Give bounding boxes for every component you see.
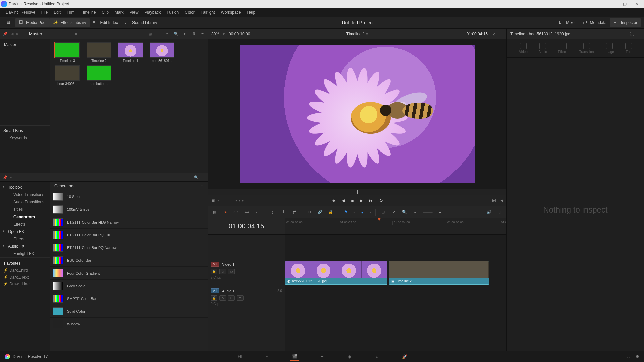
inspector-tab-file[interactable]: File xyxy=(625,43,632,54)
insert-icon[interactable]: ⤵ xyxy=(269,209,276,216)
generator-item[interactable]: Solid Color xyxy=(50,305,208,318)
media-pool-toggle[interactable]: 🎞Media Pool xyxy=(15,18,50,27)
track-header-v1[interactable]: V1Video 1 🔒 ◇ ▭ 2 Clips xyxy=(208,260,285,286)
clip-item[interactable]: bear-34006... xyxy=(53,65,82,86)
clip-item[interactable]: Timeline 2 xyxy=(85,42,113,63)
more-icon[interactable]: ⋯ xyxy=(200,31,205,37)
close-button[interactable]: ✕ xyxy=(631,0,643,8)
tree-item[interactable]: Effects xyxy=(0,221,50,228)
replace-icon[interactable]: ⇄ xyxy=(291,209,298,216)
thumbnail-view-icon[interactable]: ▦ xyxy=(147,31,153,37)
menu-view[interactable]: View xyxy=(127,8,142,17)
audio-track-1[interactable] xyxy=(285,286,506,313)
menu-fusion[interactable]: Fusion xyxy=(164,8,182,17)
edit-page-button[interactable]: 🎬 xyxy=(290,352,299,361)
play-button[interactable]: ▶ xyxy=(360,198,363,203)
nav-fwd-icon[interactable]: ▶ xyxy=(16,32,19,36)
tree-item[interactable]: Audio Transitions xyxy=(0,198,50,206)
timeline-timecode[interactable]: 01:00:04:15 xyxy=(208,218,285,235)
loop-button[interactable]: ↻ xyxy=(379,198,383,203)
marker-icon[interactable]: ● xyxy=(359,209,366,216)
solo-button[interactable]: S xyxy=(228,295,235,301)
generator-item[interactable]: Window xyxy=(50,318,208,330)
menu-fairlight[interactable]: Fairlight xyxy=(198,8,218,17)
bin-keywords[interactable]: Keywords xyxy=(0,134,50,142)
cut-page-button[interactable]: ✂ xyxy=(263,352,271,361)
lock-icon[interactable]: 🔒 xyxy=(327,209,334,216)
pin-icon[interactable]: 📌 xyxy=(3,31,8,37)
effects-library-toggle[interactable]: ✨Effects Library xyxy=(50,18,89,27)
overlay-icon[interactable]: ▣ xyxy=(211,198,215,203)
inspector-more-icon[interactable]: ⋯ xyxy=(637,32,641,36)
media-page-button[interactable]: 🎞 xyxy=(235,352,244,361)
sound-library-toggle[interactable]: ♪Sound Library xyxy=(121,18,161,27)
auto-select-icon[interactable]: ◇ xyxy=(219,295,226,301)
effects-more-icon[interactable]: ⋯ xyxy=(201,175,205,180)
link-icon[interactable]: 🔗 xyxy=(317,209,323,216)
tree-openfx[interactable]: Open FX xyxy=(0,228,50,235)
favorite-item[interactable]: Dark...Text xyxy=(0,274,50,281)
sort-icon[interactable]: ⇅ xyxy=(191,31,196,37)
generator-item[interactable]: Four Color Gradient xyxy=(50,267,208,280)
video-track-1[interactable]: ◐bee-5618012_1920.jpg ▣Timeline 2 xyxy=(285,260,506,286)
tree-item[interactable]: Titles xyxy=(0,206,50,213)
inspector-toggle[interactable]: ✧Inspector xyxy=(610,18,641,27)
snapping-icon[interactable]: ⊡ xyxy=(380,209,386,216)
effects-pin-icon[interactable]: 📌 xyxy=(3,175,7,180)
viewer-canvas[interactable]: /*petals inserted below*/ xyxy=(208,39,506,189)
prev-frame-button[interactable]: ◀ xyxy=(342,198,345,203)
layout-preset-button[interactable]: ▦ xyxy=(3,18,15,27)
breadcrumb[interactable]: Master xyxy=(29,31,42,36)
clip-item[interactable]: Timeline 1 xyxy=(116,42,145,63)
menu-mark[interactable]: Mark xyxy=(112,8,127,17)
blade-all-icon[interactable]: ✂ xyxy=(306,209,313,216)
menu-workspace[interactable]: Workspace xyxy=(218,8,244,17)
zoom-slider[interactable] xyxy=(423,212,433,213)
mixer-toggle[interactable]: 🎚Mixer xyxy=(555,18,579,27)
playhead[interactable] xyxy=(379,218,379,362)
menu-help[interactable]: Help xyxy=(244,8,258,17)
fusion-page-button[interactable]: ✦ xyxy=(318,352,326,361)
favorite-item[interactable]: Dark...hird xyxy=(0,267,50,274)
bin-master[interactable]: Master xyxy=(0,41,50,48)
smart-bins-header[interactable]: Smart Bins xyxy=(0,125,50,134)
zoom-level[interactable]: 39% xyxy=(211,32,219,36)
zoom-out-icon[interactable]: 🔍 xyxy=(401,209,408,216)
timeline-name[interactable]: Timeline 1 ▾ xyxy=(346,32,368,36)
maximize-button[interactable]: ▢ xyxy=(619,0,631,8)
edit-index-toggle[interactable]: ≡Edit Index xyxy=(90,18,121,27)
track-header-a1[interactable]: A1Audio 12.0 🔒 ◇ S M 0 Clip xyxy=(208,286,285,313)
go-out-icon[interactable]: |◀ xyxy=(499,198,503,203)
auto-select-icon[interactable]: ◇ xyxy=(219,269,226,274)
viewer-more-icon[interactable]: ⋯ xyxy=(499,32,503,36)
tree-filters[interactable]: Filters xyxy=(0,235,50,243)
collapse-icon[interactable]: ⌃ xyxy=(200,184,204,188)
generator-item[interactable]: SMPTE Color Bar xyxy=(50,292,208,305)
timeline-opts-icon[interactable]: ▤ xyxy=(211,209,218,216)
tree-audiofx[interactable]: Audio FX xyxy=(0,243,50,250)
dynamic-trim-tool[interactable]: ⟺ xyxy=(244,209,250,216)
clip-item[interactable]: bee-561801... xyxy=(148,42,176,63)
selection-tool[interactable]: ➤ xyxy=(222,209,229,216)
clip-item[interactable]: Timeline 3 xyxy=(53,42,82,63)
match-frame-icon[interactable]: ⛶ xyxy=(485,198,489,203)
generator-item[interactable]: BT.2111 Color Bar PQ Full xyxy=(50,229,208,241)
clip-bee[interactable]: ◐bee-5618012_1920.jpg xyxy=(285,261,387,285)
grid-view-icon[interactable]: ⊞ xyxy=(156,31,161,37)
inspector-tab-transition[interactable]: Transition xyxy=(579,43,594,54)
generator-item[interactable]: BT.2111 Color Bar PQ Narrow xyxy=(50,241,208,254)
clip-item[interactable]: abo button... xyxy=(85,65,113,86)
tree-fairlightfx[interactable]: Fairlight FX xyxy=(0,250,50,257)
lock-track-icon[interactable]: 🔒 xyxy=(211,269,217,274)
disable-track-icon[interactable]: ▭ xyxy=(228,269,235,274)
inspector-tab-video[interactable]: Video xyxy=(519,43,527,54)
generator-item[interactable]: 10 Step xyxy=(50,190,208,203)
tree-toolbox[interactable]: Toolbox xyxy=(0,184,50,191)
menu-trim[interactable]: Trim xyxy=(64,8,78,17)
generator-item[interactable]: 100mV Steps xyxy=(50,203,208,216)
project-settings-icon[interactable]: ⚙ xyxy=(636,354,639,359)
minimize-button[interactable]: ─ xyxy=(606,0,619,8)
effects-search-icon[interactable]: 🔍 xyxy=(194,175,199,180)
zoom-slider-minus[interactable]: − xyxy=(412,209,419,216)
menu-timeline[interactable]: Timeline xyxy=(77,8,99,17)
